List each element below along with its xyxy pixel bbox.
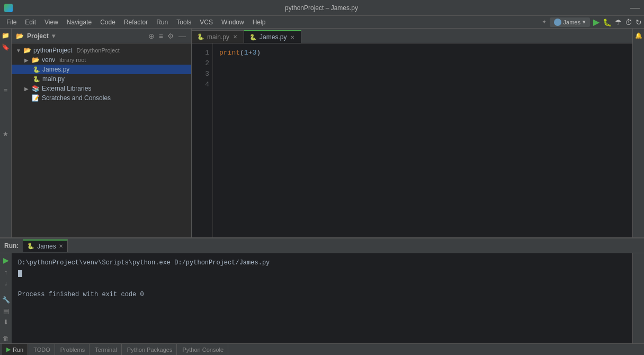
cursor [18, 270, 22, 277]
footer-tab-python-packages[interactable]: Python Packages [123, 344, 177, 356]
bottom-right-sidebar [632, 253, 644, 343]
project-tree: ▼ 📂 pythonProject D:\pythonProject ▶ 📂 v… [12, 43, 191, 237]
project-panel-controls: ⊕ ≡ ⚙ — [147, 32, 187, 40]
footer-tab-terminal[interactable]: Terminal [91, 344, 122, 356]
ext-libs-icon: 📚 [32, 85, 40, 92]
footer-tab-label-problems: Problems [60, 347, 85, 353]
menu-item-code[interactable]: Code [96, 17, 120, 27]
cursor-icon: ✦ [542, 19, 547, 25]
code-line-3 [219, 69, 626, 79]
tab-icon-James.py: 🐍 [249, 34, 257, 41]
project-panel: 📂 Project ▾ ⊕ ≡ ⚙ — ▼ 📂 pythonProject D:… [12, 29, 192, 237]
filter-icon[interactable]: ▤ [1, 307, 11, 316]
menu-item-tools[interactable]: Tools [172, 17, 195, 27]
scroll-end-icon[interactable]: ⬇ [1, 318, 11, 327]
footer-tab-label-python-packages: Python Packages [127, 347, 173, 353]
tab-icon-main.py: 🐍 [197, 33, 204, 40]
tree-scratches[interactable]: 📝 Scratches and Consoles [12, 93, 191, 103]
project-icon[interactable]: 📁 [1, 31, 11, 40]
user-button[interactable]: James ▾ [550, 17, 590, 27]
menu-item-refactor[interactable]: Refactor [120, 17, 152, 27]
open-paren: ( [240, 49, 244, 57]
stop-icon[interactable]: ↓ [1, 279, 11, 288]
debug-button[interactable]: 🐛 [603, 18, 612, 26]
locate-icon[interactable]: ⊕ [147, 32, 156, 40]
root-folder-icon: 📂 [23, 47, 31, 54]
footer-tab-label-python-console: Python Console [182, 347, 223, 353]
code-editor[interactable]: print(1+3) [213, 43, 632, 237]
tab-main-py[interactable]: 🐍 main.py ✕ [192, 30, 244, 43]
tree-james-py[interactable]: 🐍 James.py [12, 65, 191, 74]
wrench-icon[interactable]: 🔧 [1, 295, 11, 304]
footer-tab-icon-run: ▶ [6, 346, 11, 353]
footer-tabs: ▶RunTODOProblemsTerminalPython PackagesP… [0, 343, 644, 355]
project-panel-dropdown[interactable]: ▾ [52, 32, 55, 40]
footer-tab-label-terminal: Terminal [95, 347, 117, 353]
hide-panel-icon[interactable]: — [177, 32, 187, 40]
menu-items: FileEditViewNavigateCodeRefactorRunTools… [2, 17, 270, 27]
menu-item-file[interactable]: File [2, 17, 21, 27]
root-path: D:\pythonProject [76, 47, 119, 54]
minimize-button[interactable]: — [630, 2, 640, 13]
rerun-icon[interactable]: ↑ [1, 268, 11, 277]
tab-label-main.py: main.py [207, 33, 229, 41]
main-py-icon: 🐍 [33, 76, 40, 83]
tab-close-James.py[interactable]: ✕ [289, 34, 296, 40]
tab-James-py[interactable]: 🐍 James.py ✕ [244, 30, 301, 43]
right-sidebar: 🔔 [632, 29, 644, 237]
menu-item-window[interactable]: Window [217, 17, 248, 27]
menu-item-help[interactable]: Help [248, 17, 270, 27]
line-numbers: 1 2 3 4 [192, 43, 213, 237]
footer-tab-label-todo: TODO [33, 347, 50, 353]
run-button[interactable]: ▶ [593, 17, 600, 27]
menu-item-view[interactable]: View [40, 17, 62, 27]
vcs-button[interactable]: ↻ [636, 18, 642, 26]
favorites-icon[interactable]: ★ [1, 129, 11, 139]
collapse-icon[interactable]: ≡ [158, 32, 164, 40]
main-area: 📁 🔖 ≡ ★ 📂 Project ▾ ⊕ ≡ ⚙ — ▼ 📂 pytho [0, 29, 644, 237]
james-py-icon: 🐍 [33, 66, 40, 73]
title-bar-left [4, 4, 13, 12]
root-name: pythonProject [33, 47, 72, 54]
num-1: 1 [244, 49, 248, 57]
structure-icon[interactable]: ≡ [1, 86, 11, 95]
footer-tab-problems[interactable]: Problems [56, 344, 90, 356]
tree-external-libs[interactable]: ▶ 📚 External Libraries [12, 84, 191, 93]
tree-main-py[interactable]: 🐍 main.py [12, 74, 191, 84]
profile-button[interactable]: ⏱ [625, 18, 632, 26]
tree-root[interactable]: ▼ 📂 pythonProject D:\pythonProject [12, 46, 191, 55]
user-avatar [554, 19, 561, 26]
editor-content[interactable]: 1 2 3 4 print(1+3) [192, 43, 632, 237]
menu-bar: FileEditViewNavigateCodeRefactorRunTools… [0, 16, 644, 29]
bottom-tab-icon-James: 🐍 [27, 243, 34, 250]
menu-item-vcs[interactable]: VCS [195, 17, 217, 27]
project-panel-title: 📂 Project ▾ [16, 32, 55, 40]
menu-item-navigate[interactable]: Navigate [62, 17, 96, 27]
terminal-output[interactable]: D:\pythonProject\venv\Scripts\python.exe… [12, 253, 632, 343]
bottom-content: ▶ ↑ ↓ 🔧 ▤ ⬇ 🗑 D:\pythonProject\venv\Scri… [0, 253, 644, 343]
bottom-tab-close-James[interactable]: ✕ [59, 243, 63, 249]
tab-label-James.py: James.py [260, 33, 287, 41]
bookmarks-icon[interactable]: 🔖 [1, 42, 11, 52]
menu-item-edit[interactable]: Edit [21, 17, 40, 27]
settings-icon[interactable]: ⚙ [166, 32, 175, 40]
tab-close-main.py[interactable]: ✕ [232, 34, 238, 40]
notifications-icon[interactable]: 🔔 [634, 31, 643, 40]
app-icon [4, 4, 13, 12]
bottom-left-sidebar: ▶ ↑ ↓ 🔧 ▤ ⬇ 🗑 [0, 253, 12, 343]
menu-item-run[interactable]: Run [152, 17, 172, 27]
run-again-icon[interactable]: ▶ [1, 255, 11, 264]
code-line-2 [219, 58, 626, 69]
footer-tab-todo[interactable]: TODO [29, 344, 55, 356]
bottom-tab-James[interactable]: 🐍 James ✕ [23, 239, 67, 252]
terminal-line-blank [18, 279, 626, 289]
title-bar-controls: — [630, 2, 640, 13]
tree-venv[interactable]: ▶ 📂 venv library root [12, 55, 191, 65]
coverage-button[interactable]: ☂ [615, 18, 622, 26]
run-label: Run: [4, 242, 19, 250]
footer-tab-run[interactable]: ▶Run [2, 344, 28, 356]
project-panel-header: 📂 Project ▾ ⊕ ≡ ⚙ — [12, 29, 191, 43]
root-arrow: ▼ [16, 48, 21, 54]
footer-tab-python-console[interactable]: Python Console [178, 344, 228, 356]
clear-icon[interactable]: 🗑 [1, 334, 11, 343]
